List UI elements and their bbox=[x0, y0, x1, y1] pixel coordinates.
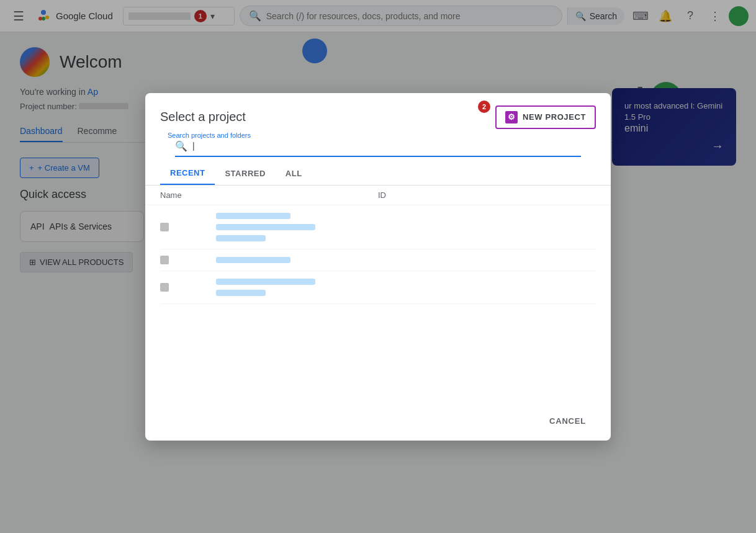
modal-tabs: RECENT STARRED ALL bbox=[145, 162, 611, 186]
column-name-header: Name bbox=[160, 190, 378, 200]
table-row[interactable] bbox=[160, 271, 596, 304]
row-id-3 bbox=[378, 286, 596, 289]
tab-recent[interactable]: RECENT bbox=[160, 162, 215, 185]
modal-search-container: Search projects and folders 🔍 bbox=[145, 137, 611, 157]
tab-all[interactable]: ALL bbox=[276, 162, 312, 185]
modal-overlay: Select a project 2 ⚙ NEW PROJECT Search … bbox=[0, 0, 756, 533]
new-project-btn-wrapper: 2 ⚙ NEW PROJECT bbox=[495, 105, 596, 129]
row-name-blur-1 bbox=[174, 212, 315, 220]
projects-table-body bbox=[145, 205, 611, 401]
tab-starred[interactable]: STARRED bbox=[215, 162, 275, 185]
column-id-header: ID bbox=[378, 190, 596, 200]
row-name-2 bbox=[160, 256, 378, 264]
row-name-blur-2 bbox=[174, 223, 315, 231]
modal-badge: 2 bbox=[478, 101, 490, 113]
row-name-1 bbox=[160, 212, 378, 243]
modal-search-input[interactable] bbox=[192, 141, 581, 151]
row-icon-2 bbox=[160, 256, 169, 264]
new-project-label: NEW PROJECT bbox=[523, 112, 586, 122]
table-row[interactable] bbox=[160, 249, 596, 271]
row-icon-1 bbox=[160, 223, 169, 231]
modal-title: Select a project bbox=[160, 110, 246, 124]
row-name-blur-3 bbox=[174, 234, 315, 243]
search-field-label: Search projects and folders bbox=[165, 132, 253, 139]
row-id-1 bbox=[378, 226, 596, 228]
new-project-button[interactable]: ⚙ NEW PROJECT bbox=[495, 105, 596, 129]
modal-search-icon: 🔍 bbox=[175, 140, 187, 152]
select-project-modal: Select a project 2 ⚙ NEW PROJECT Search … bbox=[145, 93, 611, 441]
table-row[interactable] bbox=[160, 205, 596, 249]
row-icon-3 bbox=[160, 283, 169, 292]
table-header: Name ID bbox=[145, 186, 611, 205]
modal-header: Select a project 2 ⚙ NEW PROJECT bbox=[145, 93, 611, 137]
modal-footer: CANCEL bbox=[145, 401, 611, 441]
row-name-3 bbox=[160, 277, 378, 297]
modal-search-wrapper: 🔍 bbox=[175, 137, 581, 157]
cancel-button[interactable]: CANCEL bbox=[539, 411, 596, 431]
gear-icon: ⚙ bbox=[505, 111, 518, 123]
